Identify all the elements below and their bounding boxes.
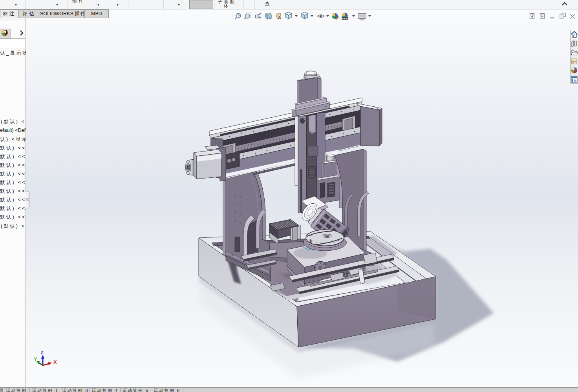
svg-text:Z: Z — [40, 350, 44, 356]
svg-text:X: X — [53, 359, 57, 365]
svg-text:Y: Y — [34, 356, 37, 362]
svg-text:A: A — [278, 15, 281, 20]
